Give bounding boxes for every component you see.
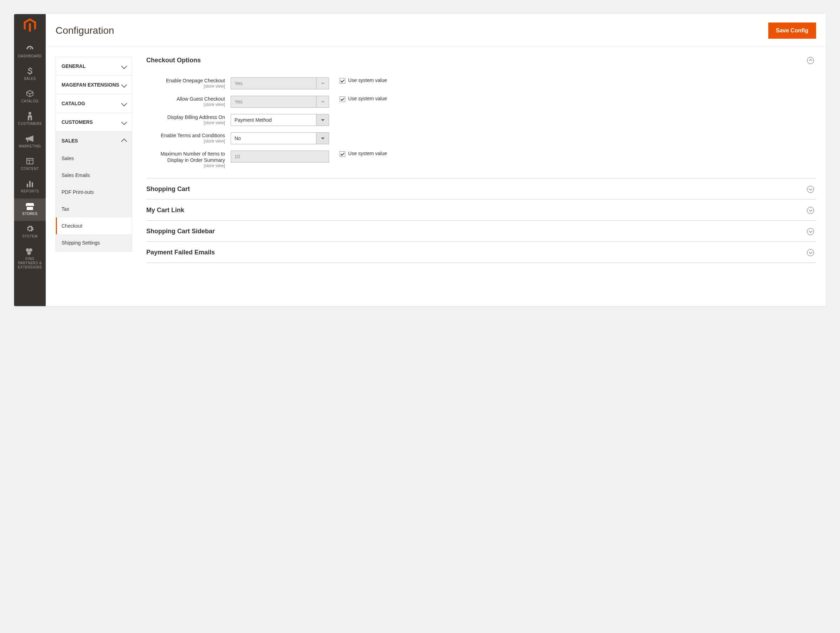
section-collapsed: Payment Failed Emails	[146, 242, 816, 263]
config-row: Enable Onepage Checkout[store view]YesUs…	[146, 78, 816, 89]
main-area: Configuration Save Config GENERALMAGEFAN…	[46, 14, 826, 306]
nav-label: DASHBOARD	[18, 54, 42, 59]
page-header: Configuration Save Config	[46, 14, 826, 46]
nav-item-sales[interactable]: SALES	[14, 63, 46, 86]
config-tab[interactable]: SALES	[55, 131, 132, 150]
field-label: Enable Terms and Conditions	[146, 132, 225, 139]
section-header[interactable]: Checkout Options	[146, 57, 816, 70]
config-subitem[interactable]: PDF Print-outs	[56, 184, 132, 201]
nav-item-dashboard[interactable]: DASHBOARD	[14, 41, 46, 63]
nav-label: CATALOG	[21, 99, 38, 103]
tab-label: SALES	[62, 138, 78, 144]
select-value: No	[231, 132, 316, 144]
section-title: My Cart Link	[146, 207, 184, 214]
use-system-checkbox[interactable]	[339, 78, 345, 84]
collapse-icon	[807, 57, 814, 64]
nav-item-catalog[interactable]: CATALOG	[14, 86, 46, 108]
dollar-icon	[27, 67, 33, 75]
config-tab[interactable]: MAGEFAN EXTENSIONS	[55, 75, 132, 94]
chevron-down-icon	[121, 63, 127, 69]
field-scope: [store view]	[146, 120, 225, 125]
config-tab[interactable]: GENERAL	[55, 57, 132, 75]
field-value-col: Payment Method	[231, 114, 329, 126]
config-sidebar: GENERALMAGEFAN EXTENSIONSCATALOGCUSTOMER…	[55, 57, 132, 306]
field-label-col: Display Billing Address On[store view]	[146, 114, 231, 125]
section-header[interactable]: Shopping Cart	[146, 179, 816, 199]
config-row: Maximum Number of Items to Display in Or…	[146, 150, 816, 168]
nav-item-reports[interactable]: REPORTS	[14, 176, 46, 198]
dropdown-icon	[316, 132, 329, 144]
tab-label: GENERAL	[62, 63, 85, 69]
field-value-col: No	[231, 132, 329, 144]
nav-item-stores[interactable]: STORES	[14, 198, 46, 221]
config-tab[interactable]: CATALOG	[55, 94, 132, 112]
field-label-col: Allow Guest Checkout[store view]	[146, 96, 231, 107]
chevron-down-icon	[121, 101, 127, 107]
use-system-col: Use system value	[329, 78, 387, 84]
field-label-col: Enable Onepage Checkout[store view]	[146, 78, 231, 89]
select-input[interactable]: Payment Method	[231, 114, 329, 126]
section-collapsed: My Cart Link	[146, 199, 816, 221]
select-value: Payment Method	[231, 114, 316, 126]
section-header[interactable]: Shopping Cart Sidebar	[146, 221, 816, 241]
nav-label: STORES	[22, 212, 37, 216]
config-subitem[interactable]: Tax	[56, 201, 132, 217]
page-title: Configuration	[55, 25, 114, 36]
section-header[interactable]: Payment Failed Emails	[146, 242, 816, 263]
text-input	[231, 150, 329, 163]
chevron-down-icon	[121, 82, 127, 88]
gear-icon	[26, 225, 34, 233]
config-subitem[interactable]: Sales	[56, 150, 132, 167]
section-header[interactable]: My Cart Link	[146, 199, 816, 220]
section-title: Payment Failed Emails	[146, 249, 215, 256]
svg-rect-1	[27, 184, 28, 187]
save-config-button[interactable]: Save Config	[768, 22, 816, 39]
select-input: Yes	[231, 78, 329, 89]
layout-icon	[26, 157, 34, 165]
config-tab[interactable]: CUSTOMERS	[55, 112, 132, 131]
config-subitem[interactable]: Sales Emails	[56, 167, 132, 184]
field-scope: [store view]	[146, 102, 225, 107]
dropdown-icon	[316, 114, 329, 126]
section-title: Shopping Cart	[146, 185, 190, 193]
field-label: Enable Onepage Checkout	[146, 78, 225, 84]
section-checkout-options: Checkout OptionsEnable Onepage Checkout[…	[146, 57, 816, 179]
field-scope: [store view]	[146, 84, 225, 89]
config-sublist: SalesSales EmailsPDF Print-outsTaxChecko…	[55, 150, 132, 252]
magento-logo	[23, 18, 37, 32]
use-system-checkbox[interactable]	[339, 151, 345, 157]
nav-item-marketing[interactable]: MARKETING	[14, 131, 46, 154]
select-value: Yes	[231, 96, 316, 108]
config-subitem[interactable]: Checkout	[56, 217, 132, 234]
config-content: Checkout OptionsEnable Onepage Checkout[…	[132, 57, 826, 306]
field-label-col: Enable Terms and Conditions[store view]	[146, 132, 231, 144]
config-subitem[interactable]: Shipping Settings	[56, 234, 132, 251]
nav-label: FIND PARTNERS & EXTENSIONS	[16, 257, 44, 269]
fields-container: Enable Onepage Checkout[store view]YesUs…	[146, 70, 816, 178]
left-nav: DASHBOARDSALESCATALOGCUSTOMERSMARKETINGC…	[14, 14, 46, 306]
nav-item-partners[interactable]: FIND PARTNERS & EXTENSIONS	[14, 244, 46, 274]
select-value: Yes	[231, 78, 316, 89]
page-body: GENERALMAGEFAN EXTENSIONSCATALOGCUSTOMER…	[46, 46, 826, 306]
config-row: Display Billing Address On[store view]Pa…	[146, 114, 816, 126]
tab-label: CATALOG	[62, 101, 85, 106]
field-label-col: Maximum Number of Items to Display in Or…	[146, 150, 231, 168]
expand-icon	[807, 207, 814, 214]
svg-point-0	[28, 112, 31, 115]
config-row: Enable Terms and Conditions[store view]N…	[146, 132, 816, 144]
select-input: Yes	[231, 96, 329, 108]
tab-label: MAGEFAN EXTENSIONS	[62, 82, 119, 88]
nav-item-content[interactable]: CONTENT	[14, 154, 46, 176]
field-label: Display Billing Address On	[146, 114, 225, 120]
nav-label: SALES	[24, 77, 36, 81]
nav-label: SYSTEM	[22, 234, 38, 239]
expand-icon	[807, 249, 814, 256]
select-input[interactable]: No	[231, 132, 329, 144]
field-value-col: Yes	[231, 78, 329, 89]
nav-item-customers[interactable]: CUSTOMERS	[14, 108, 46, 131]
nav-item-system[interactable]: SYSTEM	[14, 221, 46, 244]
field-value-col: Yes	[231, 96, 329, 108]
use-system-checkbox[interactable]	[339, 97, 345, 102]
expand-icon	[807, 186, 814, 193]
svg-rect-3	[32, 182, 33, 187]
